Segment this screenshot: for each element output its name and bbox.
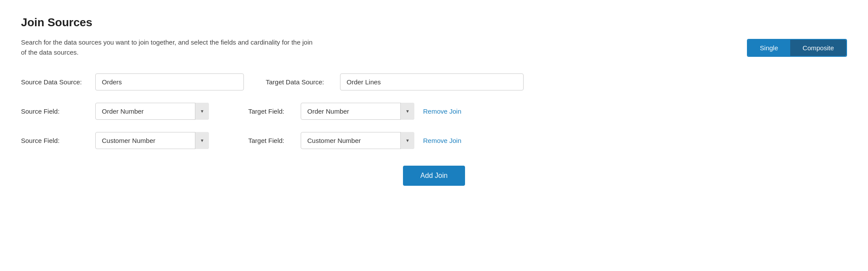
data-source-row: Source Data Source: Target Data Source: xyxy=(21,73,847,90)
remove-join-2-button[interactable]: Remove Join xyxy=(423,137,462,144)
page-description: Search for the data sources you want to … xyxy=(21,37,318,58)
join-1-source-section: Source Field: Order Number Customer Numb… xyxy=(21,103,209,120)
target-data-source-input[interactable] xyxy=(340,73,524,90)
join-1-target-field-wrapper: Order Number Customer Number Line Number… xyxy=(301,103,414,120)
target-data-source-section: Target Data Source: xyxy=(266,73,524,90)
join-1-source-field-label: Source Field: xyxy=(21,108,95,115)
single-toggle-button[interactable]: Single xyxy=(748,40,791,56)
join-1-source-field-select[interactable]: Order Number Customer Number Order Date … xyxy=(95,103,209,120)
join-1-target-field-select[interactable]: Order Number Customer Number Line Number… xyxy=(301,103,414,120)
join-1-target-field-label: Target Field: xyxy=(248,108,301,115)
join-row-1: Source Field: Order Number Customer Numb… xyxy=(21,103,847,120)
header-row: Search for the data sources you want to … xyxy=(21,37,847,58)
join-type-toggle: Single Composite xyxy=(747,39,847,57)
form-section: Source Data Source: Target Data Source: … xyxy=(21,73,847,186)
remove-join-1-button[interactable]: Remove Join xyxy=(423,108,462,115)
join-row-2: Source Field: Order Number Customer Numb… xyxy=(21,132,847,149)
page-title: Join Sources xyxy=(21,16,847,29)
join-2-target-field-wrapper: Order Number Customer Number Line Number… xyxy=(301,132,414,149)
source-data-source-section: Source Data Source: xyxy=(21,73,244,90)
join-2-source-field-select[interactable]: Order Number Customer Number Order Date … xyxy=(95,132,209,149)
source-data-source-label: Source Data Source: xyxy=(21,78,95,86)
add-join-button[interactable]: Add Join xyxy=(403,166,465,186)
add-join-row: Add Join xyxy=(21,166,847,186)
join-2-target-section: Target Field: Order Number Customer Numb… xyxy=(231,132,462,149)
join-2-target-field-select[interactable]: Order Number Customer Number Line Number… xyxy=(301,132,414,149)
join-2-source-section: Source Field: Order Number Customer Numb… xyxy=(21,132,209,149)
join-2-source-field-label: Source Field: xyxy=(21,137,95,144)
source-data-source-input[interactable] xyxy=(95,73,244,90)
composite-toggle-button[interactable]: Composite xyxy=(790,40,846,56)
join-1-target-section: Target Field: Order Number Customer Numb… xyxy=(231,103,462,120)
join-2-source-field-wrapper: Order Number Customer Number Order Date … xyxy=(95,132,209,149)
page-container: Join Sources Search for the data sources… xyxy=(0,0,868,202)
join-2-target-field-label: Target Field: xyxy=(248,137,301,144)
target-data-source-label: Target Data Source: xyxy=(266,78,340,86)
join-1-source-field-wrapper: Order Number Customer Number Order Date … xyxy=(95,103,209,120)
